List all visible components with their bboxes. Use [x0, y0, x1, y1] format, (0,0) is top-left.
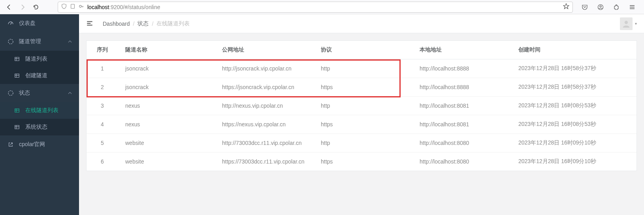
sidebar-item-dashboard[interactable]: 仪表盘	[0, 14, 79, 32]
cell-local[interactable]: http://localhost:8081	[412, 115, 511, 134]
table-row: 5websitehttp://73003dcc.r11.vip.cpolar.c…	[87, 134, 636, 152]
app-menu-icon[interactable]	[627, 2, 638, 13]
sidebar-item-label: 仪表盘	[19, 20, 36, 27]
cell-local[interactable]: http://localhost:8888	[412, 78, 511, 97]
sidebar-item-tunnel-list[interactable]: 隧道列表	[0, 51, 79, 67]
svg-rect-10	[15, 126, 19, 129]
back-button[interactable]	[3, 1, 15, 13]
cell-url[interactable]: https://jsoncrack.vip.cpolar.cn	[215, 78, 314, 97]
shield-icon	[61, 4, 67, 10]
col-header-idx: 序列	[87, 41, 118, 59]
breadcrumb-dashboard[interactable]: Dashboard	[103, 21, 130, 27]
cell-proto: http	[314, 97, 412, 115]
svg-rect-6	[15, 57, 19, 61]
cell-url[interactable]: http://nexus.vip.cpolar.cn	[215, 97, 314, 115]
cell-created: 2023年12月28日 16时58分37秒	[511, 78, 636, 97]
sidebar-item-cpolar-site[interactable]: cpolar官网	[0, 135, 79, 154]
svg-rect-9	[15, 109, 19, 112]
sidebar-item-tunnel-mgmt[interactable]: 隧道管理	[0, 32, 79, 51]
svg-point-3	[600, 6, 601, 7]
breadcrumb: Dashboard / 状态 / 在线隧道列表	[103, 20, 190, 27]
cell-idx: 3	[87, 97, 118, 115]
cell-idx: 4	[87, 115, 118, 134]
sidebar-item-status[interactable]: 状态	[0, 84, 79, 102]
sidebar-item-label: 在线隧道列表	[25, 107, 58, 114]
table-row: 4nexushttps://nexus.vip.cpolar.cnhttpsht…	[87, 115, 636, 134]
cell-created: 2023年12月28日 16时08分53秒	[511, 97, 636, 115]
sidebar-toggle-button[interactable]	[86, 20, 94, 28]
tunnels-table: 序列 隧道名称 公网地址 协议 本地地址 创建时间 1jsoncrackhttp…	[87, 41, 636, 171]
breadcrumb-separator: /	[133, 21, 135, 27]
svg-rect-7	[15, 74, 19, 78]
cell-name: website	[118, 152, 215, 171]
cell-name: nexus	[118, 97, 215, 115]
chevron-up-icon	[68, 90, 72, 96]
cell-proto: https	[314, 78, 412, 97]
dashboard-icon	[7, 20, 14, 27]
col-header-created: 创建时间	[511, 41, 636, 59]
chevron-up-icon	[68, 38, 72, 45]
svg-point-5	[8, 39, 13, 44]
svg-point-4	[10, 24, 11, 25]
table-icon	[13, 107, 21, 114]
cell-idx: 5	[87, 134, 118, 152]
cell-local[interactable]: http://localhost:8080	[412, 152, 511, 171]
url-text: localhost:9200/#/status/online	[87, 4, 160, 10]
sidebar-item-label: 隧道列表	[25, 55, 47, 63]
account-icon[interactable]	[595, 2, 606, 13]
reload-button[interactable]	[30, 1, 42, 13]
cell-url[interactable]: http://jsoncrack.vip.cpolar.cn	[215, 59, 314, 78]
sidebar-item-create-tunnel[interactable]: 创建隧道	[0, 67, 79, 84]
sidebar-item-online-tunnels[interactable]: 在线隧道列表	[0, 102, 79, 119]
cell-idx: 6	[87, 152, 118, 171]
svg-point-1	[79, 5, 81, 7]
cell-name: jsoncrack	[118, 78, 215, 97]
extensions-icon[interactable]	[611, 2, 622, 13]
table-icon	[13, 55, 21, 63]
cell-local[interactable]: http://localhost:8081	[412, 97, 511, 115]
cell-local[interactable]: http://localhost:8888	[412, 59, 511, 78]
breadcrumb-separator: /	[152, 21, 153, 27]
col-header-local: 本地地址	[412, 41, 511, 59]
sidebar: 仪表盘 隧道管理 隧道列表 创建隧道 状态	[0, 14, 79, 215]
cell-proto: https	[314, 115, 412, 134]
address-bar[interactable]: localhost:9200/#/status/online	[58, 2, 573, 13]
sidebar-item-label: 系统状态	[25, 124, 47, 131]
table-row: 3nexushttp://nexus.vip.cpolar.cnhttphttp…	[87, 97, 636, 115]
cell-created: 2023年12月28日 16时08分53秒	[511, 115, 636, 134]
cell-proto: http	[314, 59, 412, 78]
cell-name: jsoncrack	[118, 59, 215, 78]
bookmark-icon[interactable]	[563, 3, 569, 11]
topbar: Dashboard / 状态 / 在线隧道列表 ▾	[79, 14, 644, 33]
cell-local[interactable]: http://localhost:8080	[412, 134, 511, 152]
chevron-down-icon[interactable]: ▾	[635, 21, 637, 26]
svg-point-11	[625, 21, 628, 24]
table-row: 6websitehttps://73003dcc.r11.vip.cpolar.…	[87, 152, 636, 171]
cell-idx: 2	[87, 78, 118, 97]
col-header-url: 公网地址	[215, 41, 314, 59]
cell-created: 2023年12月28日 16时09分10秒	[511, 152, 636, 171]
breadcrumb-status[interactable]: 状态	[137, 20, 149, 27]
col-header-name: 隧道名称	[118, 41, 215, 59]
cell-idx: 1	[87, 59, 118, 78]
cell-name: website	[118, 134, 215, 152]
cell-created: 2023年12月28日 16时09分10秒	[511, 134, 636, 152]
sidebar-item-label: cpolar官网	[19, 141, 45, 148]
lock-icon	[79, 4, 84, 10]
table-icon	[13, 124, 21, 131]
forward-button[interactable]	[17, 1, 28, 13]
sidebar-item-system-status[interactable]: 系统状态	[0, 119, 79, 135]
cell-url[interactable]: https://nexus.vip.cpolar.cn	[215, 115, 314, 134]
col-header-proto: 协议	[314, 41, 412, 59]
pocket-icon[interactable]	[579, 2, 590, 13]
svg-point-8	[8, 91, 13, 95]
table-row: 2jsoncrackhttps://jsoncrack.vip.cpolar.c…	[87, 78, 636, 97]
cell-proto: http	[314, 134, 412, 152]
sidebar-item-label: 创建隧道	[25, 72, 47, 79]
cell-url[interactable]: https://73003dcc.r11.vip.cpolar.cn	[215, 152, 314, 171]
breadcrumb-current: 在线隧道列表	[156, 20, 190, 27]
status-icon	[7, 89, 14, 97]
cell-name: nexus	[118, 115, 215, 134]
avatar[interactable]	[620, 17, 633, 30]
cell-url[interactable]: http://73003dcc.r11.vip.cpolar.cn	[215, 134, 314, 152]
